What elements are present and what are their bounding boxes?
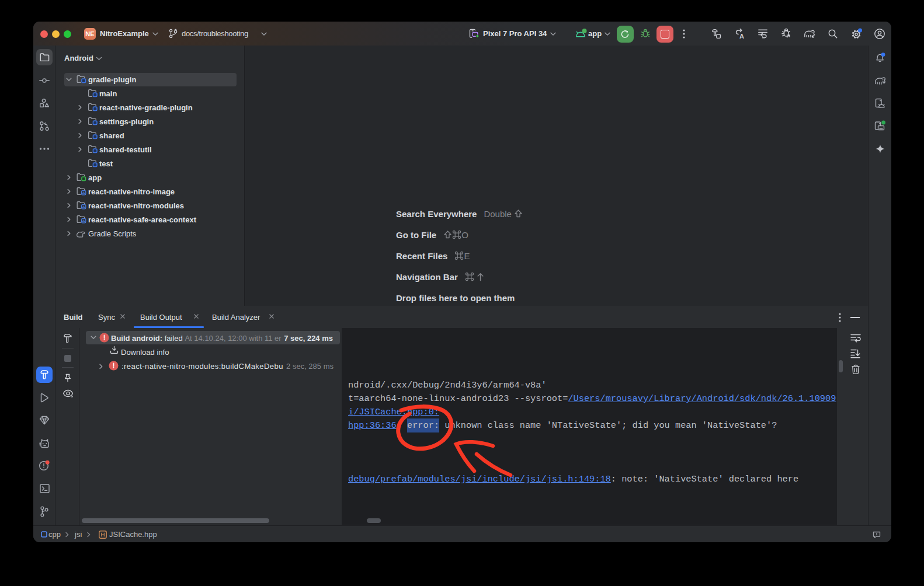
svg-text:A: A bbox=[739, 33, 744, 40]
